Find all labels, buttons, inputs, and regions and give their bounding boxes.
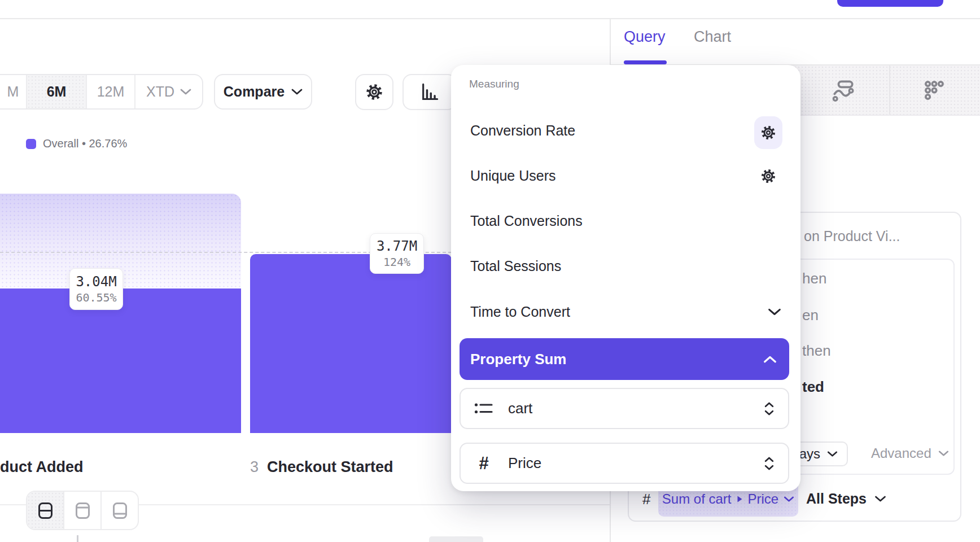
property-group-select[interactable]: cart [460, 388, 789, 429]
chip-label: Sum of cart [662, 491, 732, 507]
sort-updown-icon [764, 401, 775, 416]
chevron-down-icon [180, 89, 191, 95]
menu-item-total-sessions[interactable]: Total Sessions [470, 258, 561, 274]
chart-settings-button[interactable] [355, 74, 393, 110]
compare-label: Compare [224, 84, 285, 100]
compare-button[interactable]: Compare [214, 74, 312, 110]
chevron-up-icon [763, 355, 777, 363]
range-3m-button[interactable]: M [0, 75, 26, 108]
range-xtd-button[interactable]: XTD [134, 75, 202, 108]
legend-swatch [26, 139, 36, 149]
tab-chart[interactable]: Chart [694, 28, 731, 46]
range-xtd-label: XTD [146, 84, 174, 100]
query-card-title: on Product Vi... [804, 228, 900, 244]
step-label-product-added: duct Added [0, 458, 84, 476]
bottom-edge-element [429, 536, 483, 542]
strip-divider [889, 65, 890, 115]
bottom-panel-icon [112, 502, 128, 519]
list-icon [474, 401, 493, 416]
menu-item-time-to-convert[interactable]: Time to Convert [470, 304, 570, 320]
steps-scope-dropdown[interactable]: All Steps [806, 491, 886, 507]
conversion-text: 124% [383, 255, 410, 269]
conversion-text: 60.55% [76, 291, 116, 304]
time-to-convert-expander[interactable] [768, 308, 781, 316]
value-label-checkout-started: 3.77M 124% [370, 233, 424, 274]
measuring-title: Measuring [469, 78, 519, 90]
number-property-icon: # [474, 453, 493, 474]
funnel-step-row-fragment: hen [802, 270, 826, 287]
chart-legend: Overall • 26.76% [26, 137, 127, 150]
date-range-segmented-control: M 6M 12M XTD [0, 74, 203, 110]
funnel-step-row-fragment: ted [802, 378, 824, 396]
primary-action-button[interactable] [837, 0, 943, 7]
advanced-label: Advanced [871, 445, 931, 461]
menu-item-unique-users[interactable]: Unique Users [470, 168, 555, 184]
gear-icon [760, 125, 776, 141]
value-text: 3.04M [76, 274, 116, 290]
menu-item-property-sum-selected[interactable]: Property Sum [460, 338, 789, 380]
flows-view-button[interactable] [829, 76, 858, 105]
metrics-view-button[interactable] [920, 76, 949, 105]
layout-split-rows-button[interactable] [27, 492, 63, 529]
funnel-bar-product-added[interactable] [0, 289, 241, 433]
property-field-select[interactable]: # Price [460, 443, 789, 484]
unique-users-settings-button[interactable] [760, 168, 776, 184]
dots-grid-icon [923, 79, 946, 102]
chevron-down-icon [827, 451, 838, 457]
funnel-step-row-fragment: then [802, 342, 831, 360]
menu-item-conversion-rate[interactable]: Conversion Rate [470, 123, 575, 139]
top-panel-icon [75, 502, 90, 519]
funnel-step-row-fragment: en [802, 307, 819, 324]
chevron-down-icon [768, 308, 781, 316]
range-6m-button[interactable]: 6M [26, 75, 86, 108]
layout-bottom-panel-button[interactable] [100, 492, 138, 529]
advanced-dropdown[interactable]: Advanced [871, 445, 949, 461]
chevron-down-icon [874, 496, 886, 502]
split-rows-icon [38, 502, 53, 519]
funnel-bar-checkout-started[interactable] [250, 254, 452, 433]
chevron-down-icon [784, 496, 794, 502]
range-12m-button[interactable]: 12M [86, 75, 134, 108]
layout-top-panel-button[interactable] [63, 492, 100, 529]
triangle-right-icon [737, 495, 743, 503]
header-divider [0, 18, 980, 19]
bar-chart-icon [420, 82, 439, 102]
conversion-rate-settings-button[interactable] [754, 116, 782, 149]
menu-item-total-conversions[interactable]: Total Conversions [470, 213, 583, 229]
chart-layout-toggle [26, 491, 139, 530]
step-number: 3 [250, 458, 259, 476]
bottom-edge-tick [77, 535, 78, 542]
step-name: Checkout Started [267, 458, 393, 476]
property-group-value: cart [508, 400, 764, 417]
active-tab-underline [624, 60, 667, 64]
tab-query[interactable]: Query [624, 28, 666, 46]
value-text: 3.77M [377, 238, 417, 254]
chevron-down-icon [938, 451, 949, 457]
legend-label: Overall • 26.76% [43, 137, 127, 150]
step-label-checkout-started: 3 Checkout Started [250, 458, 393, 476]
chip-property-label: Price [748, 491, 779, 507]
gear-icon [760, 168, 776, 184]
value-label-product-added: 3.04M 60.55% [69, 268, 123, 310]
gear-icon [365, 83, 383, 101]
app-window: M 6M 12M XTD Compare Overall • 26.76% [0, 0, 980, 542]
hash-icon: # [642, 491, 650, 508]
steps-scope-label: All Steps [806, 491, 867, 507]
chart-type-button[interactable] [403, 74, 457, 110]
selected-item-label: Property Sum [470, 351, 567, 368]
sort-updown-icon [764, 456, 775, 471]
flows-icon [832, 79, 855, 102]
chevron-down-icon [291, 89, 303, 95]
property-field-value: Price [508, 454, 764, 472]
